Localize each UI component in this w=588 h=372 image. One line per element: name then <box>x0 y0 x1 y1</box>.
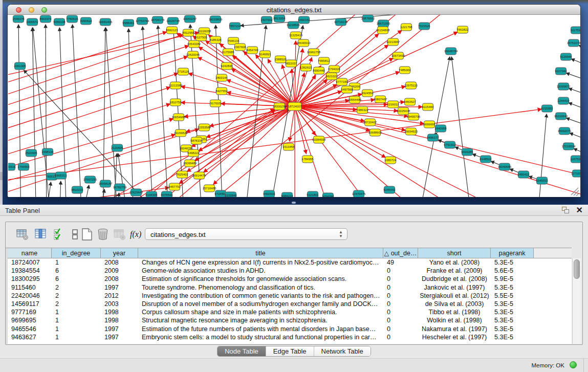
table-cell[interactable]: 0 <box>383 275 418 283</box>
graph-node[interactable]: 2233848 <box>225 192 237 197</box>
table-cell[interactable]: 1 <box>52 316 101 324</box>
table-cell[interactable]: Wolkin et al. (1998) <box>418 316 491 324</box>
table-cell[interactable]: Franke et al. (2009) <box>418 267 491 275</box>
graph-edge[interactable] <box>571 59 580 71</box>
graph-node[interactable]: 2120605 <box>111 144 123 151</box>
graph-node[interactable]: 16958187 <box>99 180 113 187</box>
graph-node[interactable]: 5905313 <box>55 172 67 179</box>
new-table-icon[interactable] <box>80 228 94 241</box>
window-titlebar[interactable]: citations_edges.txt <box>8 5 580 15</box>
graph-node[interactable]: 12353584 <box>198 124 211 131</box>
graph-node[interactable]: 15751074 <box>567 39 580 47</box>
delete-table-icon[interactable] <box>97 228 110 241</box>
table-cell[interactable]: 6 <box>52 267 101 275</box>
graph-node[interactable]: 1784955 <box>301 156 314 163</box>
graph-node[interactable]: 12923448 <box>129 189 143 196</box>
graph-node[interactable]: 22420046 <box>186 51 200 58</box>
table-cell[interactable]: 1 <box>52 325 101 333</box>
table-cell[interactable]: 5.3E-5 <box>491 316 534 324</box>
table-cell[interactable]: 9463627 <box>8 333 52 341</box>
network-canvas[interactable]: 1546078240557285033749056138775061530906… <box>8 15 580 197</box>
graph-edge[interactable] <box>8 32 199 81</box>
column-header[interactable]: short <box>418 248 491 258</box>
graph-node[interactable]: 12093872 <box>557 83 571 90</box>
table-cell[interactable]: 49 <box>383 258 418 267</box>
graph-node[interactable]: 1513454 <box>282 143 295 150</box>
graph-edge[interactable] <box>298 108 540 197</box>
graph-node[interactable]: 16782759 <box>113 184 127 191</box>
table-row[interactable]: 2242004622012Investigating the contribut… <box>8 292 572 300</box>
function-builder-icon[interactable]: f(x) <box>130 230 143 243</box>
table-cell[interactable]: 0 <box>383 292 418 300</box>
table-cell[interactable]: Hescheler et al. (1997) <box>418 333 491 341</box>
table-cell[interactable]: Changes of HCN gene expression and I(f) … <box>138 258 383 267</box>
table-cell[interactable]: 0 <box>383 316 418 324</box>
graph-node[interactable]: 5121801 <box>307 191 319 197</box>
table-cell[interactable]: 14569117 <box>8 300 52 308</box>
table-cell[interactable]: 9699695 <box>8 316 52 324</box>
graph-node[interactable]: 19654923 <box>404 128 418 135</box>
graph-node[interactable]: 9245033 <box>536 177 548 184</box>
graph-node[interactable]: 5878334 <box>190 137 203 144</box>
graph-edge[interactable] <box>54 109 274 197</box>
graph-edge[interactable] <box>298 108 489 197</box>
graph-node[interactable]: 19384554 <box>312 136 326 143</box>
graph-node[interactable]: 19218596 <box>287 21 300 29</box>
table-cell[interactable]: Tourette syndrome. Phenomenology and cla… <box>138 283 383 292</box>
graph-node[interactable]: 9416285 <box>461 148 473 156</box>
graph-edge[interactable] <box>190 25 203 197</box>
table-cell[interactable]: Structural magnetic resonance image aver… <box>138 316 383 324</box>
table-cell[interactable]: 1 <box>52 258 101 267</box>
graph-node[interactable]: 8427552 <box>215 87 228 95</box>
graph-node[interactable]: 9245042 <box>383 186 396 193</box>
graph-node[interactable]: 16961758 <box>307 49 321 56</box>
graph-edge[interactable] <box>33 28 52 197</box>
table-cell[interactable]: 0 <box>383 267 418 275</box>
graph-node[interactable]: 1244419 <box>557 97 570 104</box>
graph-node[interactable]: 7955812 <box>318 57 330 64</box>
column-header[interactable]: in_degree <box>52 248 101 258</box>
graph-edge[interactable] <box>569 89 580 100</box>
graph-node[interactable]: 6194305 <box>145 191 158 197</box>
table-cell[interactable]: 5.3E-5 <box>491 258 534 267</box>
graph-node[interactable]: 20564486 <box>348 96 362 103</box>
graph-node[interactable]: 1640958 <box>434 125 447 132</box>
graph-node[interactable]: 9084219 <box>281 192 293 197</box>
table-cell[interactable]: 1997 <box>101 325 138 333</box>
graph-node[interactable]: 7663822 <box>456 26 469 33</box>
graph-node[interactable]: 7486322 <box>356 106 368 114</box>
graph-edge[interactable] <box>8 188 169 197</box>
graph-node[interactable]: 9810215 <box>71 186 83 193</box>
graph-node[interactable]: 2450422 <box>517 171 530 178</box>
graph-node[interactable]: 16640910 <box>297 39 311 47</box>
graph-node[interactable]: 10654985 <box>172 114 186 121</box>
graph-node[interactable]: 10653257 <box>183 15 197 23</box>
graph-node[interactable]: 7625402 <box>176 171 188 178</box>
graph-node[interactable]: 2405572 <box>26 18 38 26</box>
table-row[interactable]: 1830029562008Estimation of significance … <box>8 275 572 283</box>
graph-node[interactable]: 15716485 <box>203 185 216 192</box>
table-row[interactable]: 977716911998Corpus callosum shape and si… <box>8 308 572 316</box>
graph-node[interactable]: 17957255 <box>83 176 97 183</box>
close-panel-icon[interactable]: ✕ <box>576 205 583 215</box>
graph-node[interactable]: 2803144 <box>215 74 228 81</box>
graph-node[interactable]: 9227343 <box>555 68 567 75</box>
graph-edge[interactable] <box>46 25 47 197</box>
table-cell[interactable]: 9465546 <box>8 325 52 333</box>
scrollbar-thumb[interactable] <box>574 259 580 279</box>
table-cell[interactable]: 1998 <box>101 316 138 324</box>
select-columns-icon[interactable] <box>53 228 66 241</box>
float-panel-icon[interactable] <box>562 207 570 214</box>
graph-node[interactable]: 6216012 <box>387 101 399 108</box>
table-cell[interactable]: 5.5E-5 <box>491 292 534 300</box>
graph-node[interactable]: 1117531 <box>571 27 580 34</box>
graph-node[interactable]: 9127505 <box>195 34 207 41</box>
graph-node[interactable]: 8822037 <box>285 60 297 67</box>
table-row[interactable]: 1938455462009Genome-wide association stu… <box>8 267 572 275</box>
graph-node[interactable]: 3034396 <box>322 193 334 197</box>
graph-node[interactable]: 16914479 <box>192 172 206 179</box>
graph-node[interactable]: 16033809 <box>209 16 223 23</box>
graph-node[interactable]: 7515526 <box>418 23 430 30</box>
table-cell[interactable]: Embryonic stem cells: a model to study s… <box>138 333 383 341</box>
graph-node[interactable]: 8148522 <box>480 156 492 163</box>
